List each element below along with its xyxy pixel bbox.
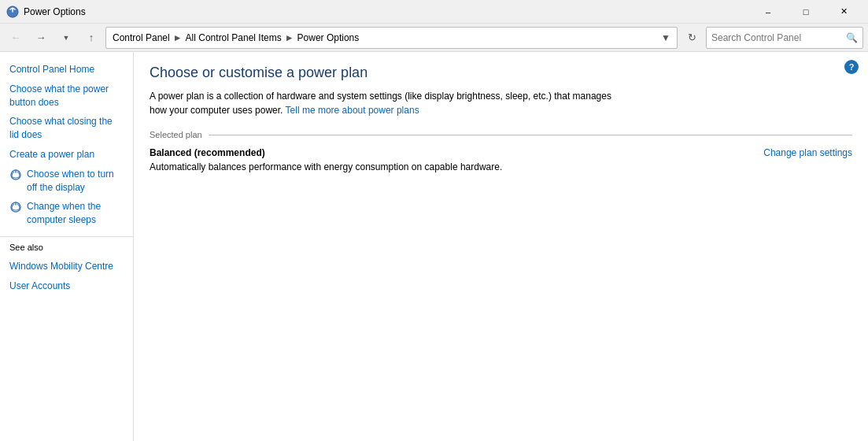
recent-locations-button[interactable]: ▼ — [55, 27, 77, 49]
title-bar: Power Options – □ ✕ — [0, 0, 868, 24]
learn-more-link[interactable]: Tell me more about power plans — [286, 105, 419, 116]
sidebar-item-create-plan[interactable]: Create a power plan — [0, 145, 133, 165]
sidebar-item-power-button[interactable]: Choose what the power button does — [0, 80, 133, 113]
search-box: 🔍 — [706, 27, 863, 49]
maximize-button[interactable]: □ — [788, 0, 824, 24]
description: A power plan is a collection of hardware… — [150, 89, 622, 117]
main-container: Control Panel Home Choose what the power… — [0, 52, 868, 441]
window-title: Power Options — [24, 6, 750, 17]
sleep-power-icon — [9, 201, 22, 213]
breadcrumb-control-panel[interactable]: Control Panel — [113, 32, 170, 43]
plan-row: Balanced (recommended) Automatically bal… — [150, 147, 852, 172]
sidebar: Control Panel Home Choose what the power… — [0, 52, 134, 441]
content-area: ? Choose or customise a power plan A pow… — [134, 52, 868, 441]
search-icon: 🔍 — [846, 32, 858, 43]
forward-button[interactable]: → — [30, 27, 52, 49]
breadcrumb-sep-1: ► — [173, 32, 183, 43]
breadcrumb-dropdown[interactable]: ▼ — [661, 32, 670, 43]
sidebar-item-user-accounts[interactable]: User Accounts — [0, 276, 133, 296]
breadcrumb-power-options[interactable]: Power Options — [297, 32, 360, 43]
display-power-icon — [9, 169, 22, 181]
selected-plan-section: Selected plan Balanced (recommended) Aut… — [150, 130, 852, 172]
plan-info: Balanced (recommended) Automatically bal… — [150, 147, 748, 172]
sidebar-item-control-panel-home[interactable]: Control Panel Home — [0, 60, 133, 80]
plan-description: Automatically balances performance with … — [150, 161, 748, 172]
help-button[interactable]: ? — [844, 60, 859, 74]
plan-name: Balanced (recommended) — [150, 147, 748, 158]
up-button[interactable]: ↑ — [80, 27, 102, 49]
minimize-button[interactable]: – — [750, 0, 786, 24]
breadcrumb-sep-2: ► — [285, 32, 294, 43]
change-plan-link[interactable]: Change plan settings — [763, 147, 852, 158]
address-bar: ← → ▼ ↑ Control Panel ► All Control Pane… — [0, 24, 868, 52]
search-input[interactable] — [711, 32, 846, 43]
see-also-label: See also — [0, 236, 133, 257]
sidebar-item-mobility[interactable]: Windows Mobility Centre — [0, 257, 133, 276]
sidebar-item-lid[interactable]: Choose what closing the lid does — [0, 112, 133, 145]
close-button[interactable]: ✕ — [826, 0, 862, 24]
page-title: Choose or customise a power plan — [150, 65, 852, 81]
breadcrumb-bar: Control Panel ► All Control Panel Items … — [105, 27, 678, 49]
back-button[interactable]: ← — [5, 27, 27, 49]
selected-plan-label: Selected plan — [150, 130, 852, 139]
breadcrumb-all-items[interactable]: All Control Panel Items — [186, 32, 282, 43]
refresh-button[interactable]: ↻ — [681, 27, 703, 49]
sidebar-item-sleep[interactable]: Change when the computer sleeps — [0, 197, 133, 230]
window-controls: – □ ✕ — [750, 0, 862, 24]
app-icon — [6, 6, 19, 18]
sidebar-item-display-off[interactable]: Choose when to turn off the display — [0, 165, 133, 198]
